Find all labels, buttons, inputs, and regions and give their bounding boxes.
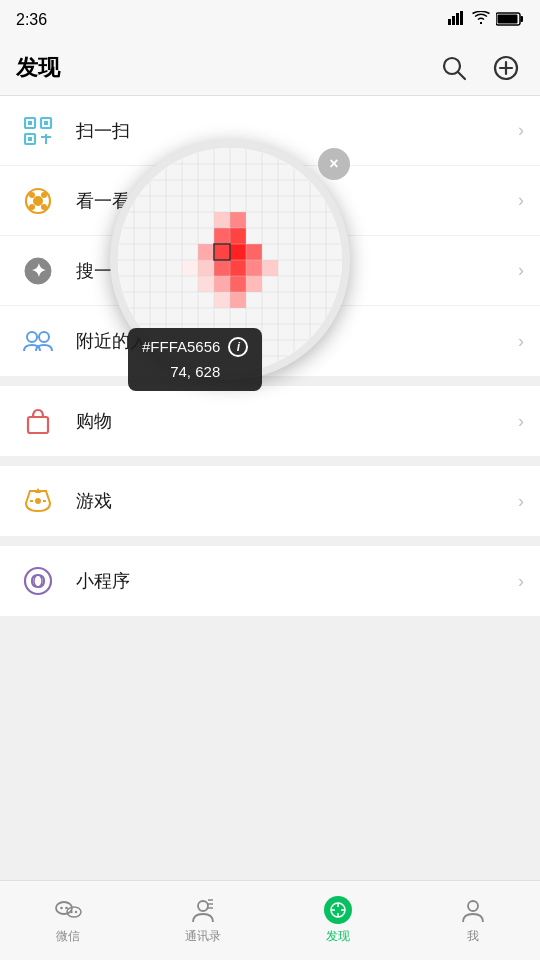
svg-rect-40	[214, 244, 230, 260]
nav-label-weixin: 微信	[56, 928, 80, 945]
game-label: 游戏	[76, 489, 518, 513]
shop-label: 购物	[76, 409, 518, 433]
svg-point-35	[25, 568, 51, 594]
svg-rect-1	[452, 16, 455, 25]
discover-icon	[324, 896, 352, 924]
svg-rect-45	[230, 260, 246, 276]
svg-point-87	[60, 907, 63, 910]
svg-point-91	[198, 901, 208, 911]
close-icon: ×	[329, 155, 338, 173]
nearby-icon	[16, 319, 60, 363]
svg-rect-15	[28, 121, 32, 125]
svg-point-28	[27, 332, 37, 342]
shop-icon	[16, 399, 60, 443]
nav-item-me[interactable]: 我	[405, 881, 540, 960]
mini-arrow: ›	[518, 571, 524, 592]
look-icon	[16, 179, 60, 223]
svg-rect-0	[448, 19, 451, 25]
svg-point-23	[41, 192, 47, 198]
svg-point-25	[41, 204, 47, 210]
svg-rect-2	[456, 13, 459, 25]
game-arrow: ›	[518, 491, 524, 512]
mini-label: 小程序	[76, 569, 518, 593]
me-icon	[459, 896, 487, 924]
svg-rect-3	[460, 11, 463, 25]
color-hex-value: #FFFA5656	[142, 336, 220, 359]
svg-rect-46	[198, 260, 214, 276]
svg-rect-43	[246, 244, 262, 260]
nav-item-contacts[interactable]: 通讯录	[135, 881, 270, 960]
menu-section-2: 购物 ›	[0, 386, 540, 456]
svg-rect-57	[230, 292, 246, 308]
scan-icon	[16, 109, 60, 153]
svg-rect-50	[214, 276, 230, 292]
svg-rect-44	[214, 260, 230, 276]
search-button[interactable]	[436, 50, 472, 86]
svg-rect-52	[198, 276, 214, 292]
svg-rect-55	[230, 212, 246, 228]
svg-rect-48	[182, 260, 198, 276]
svg-rect-5	[521, 16, 524, 22]
svg-point-88	[65, 907, 68, 910]
menu-item-shop[interactable]: 购物 ›	[0, 386, 540, 456]
svg-line-8	[458, 72, 465, 79]
svg-rect-51	[230, 276, 246, 292]
svg-rect-42	[198, 244, 214, 260]
svg-rect-47	[246, 260, 262, 276]
svg-rect-53	[246, 276, 262, 292]
nav-label-contacts: 通讯录	[185, 928, 221, 945]
contacts-icon	[189, 896, 217, 924]
svg-rect-17	[28, 137, 32, 141]
bottom-nav: 微信 通讯录 发现	[0, 880, 540, 960]
shop-arrow: ›	[518, 411, 524, 432]
svg-rect-54	[214, 212, 230, 228]
svg-point-90	[74, 911, 76, 913]
scan-arrow: ›	[518, 120, 524, 141]
weixin-icon	[54, 896, 82, 924]
signal-icon	[448, 11, 466, 29]
wifi-icon	[472, 11, 490, 29]
svg-point-22	[29, 192, 35, 198]
header-actions	[436, 50, 524, 86]
svg-point-21	[33, 196, 43, 206]
nav-item-discover[interactable]: 发现	[270, 881, 405, 960]
svg-rect-56	[214, 292, 230, 308]
svg-rect-6	[498, 14, 518, 23]
menu-item-game[interactable]: 游戏 ›	[0, 466, 540, 536]
color-coords-value: 74, 628	[170, 361, 220, 384]
menu-section-3: 游戏 ›	[0, 466, 540, 536]
add-button[interactable]	[488, 50, 524, 86]
svg-point-36	[34, 575, 42, 587]
color-tooltip: #FFFA5656 i 74, 628	[128, 328, 262, 391]
nav-item-weixin[interactable]: 微信	[0, 881, 135, 960]
svg-point-89	[70, 911, 72, 913]
svg-point-100	[468, 901, 478, 911]
svg-text:✦: ✦	[31, 261, 46, 281]
menu-item-mini[interactable]: 小程序 ›	[0, 546, 540, 616]
svg-rect-49	[262, 260, 278, 276]
game-icon	[16, 479, 60, 523]
menu-section-4: 小程序 ›	[0, 546, 540, 616]
svg-rect-16	[44, 121, 48, 125]
info-icon[interactable]: i	[228, 337, 248, 357]
mini-icon	[16, 559, 60, 603]
tooltip-color-row: #FFFA5656 i	[142, 336, 248, 359]
svg-rect-41	[230, 244, 246, 260]
svg-rect-30	[28, 417, 48, 433]
nav-label-discover: 发现	[326, 928, 350, 945]
nav-label-me: 我	[467, 928, 479, 945]
status-time: 2:36	[16, 11, 47, 29]
svg-point-29	[39, 332, 49, 342]
page-title: 发现	[16, 53, 60, 83]
look-arrow: ›	[518, 190, 524, 211]
search-icon: ✦	[16, 249, 60, 293]
status-bar: 2:36	[0, 0, 540, 40]
svg-rect-39	[230, 228, 246, 244]
battery-icon	[496, 12, 524, 29]
svg-point-24	[29, 204, 35, 210]
svg-rect-38	[214, 228, 230, 244]
svg-point-32	[35, 498, 41, 504]
magnifier-close-button[interactable]: ×	[318, 148, 350, 180]
scan-label: 扫一扫	[76, 119, 518, 143]
status-icons	[448, 11, 524, 29]
